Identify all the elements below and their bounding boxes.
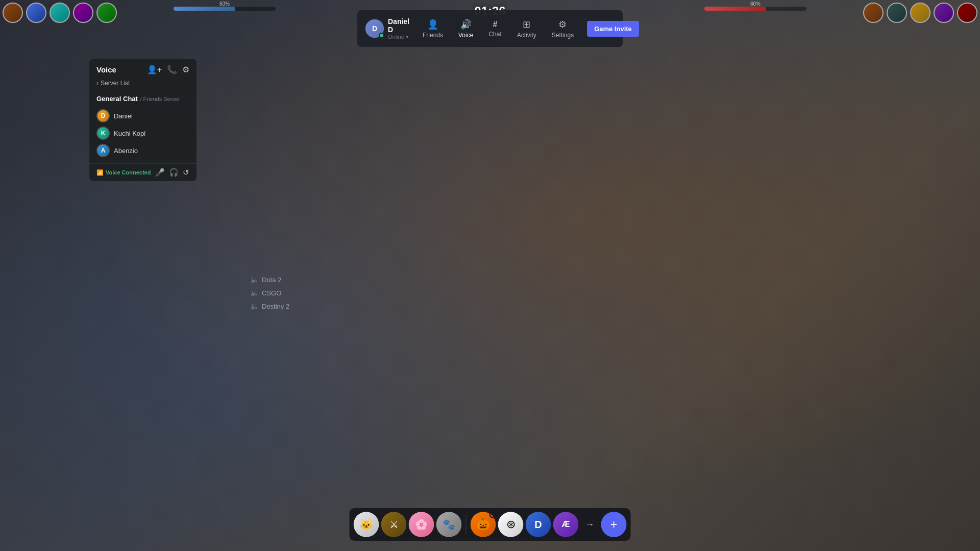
left-health-bar-container: 60% — [174, 1, 276, 11]
disconnect-icon[interactable]: ↺ — [183, 168, 189, 177]
right-health-label: 60% — [704, 1, 806, 7]
phone-icon[interactable]: 📞 — [167, 65, 177, 74]
dock-add-button[interactable]: + — [601, 512, 627, 537]
friends-icon: 👤 — [427, 19, 438, 30]
signal-icon: 📶 — [96, 169, 104, 176]
voice-user-avatar-daniel: D — [96, 109, 110, 122]
voice-users-list: D Daniel K Kuchi Kopi A Abenzio — [89, 105, 197, 161]
dock-avatar-1[interactable]: 🐱 — [354, 512, 379, 537]
discord-overlay-bar: D Daniel D Online ▾ 👤 Friends 🔊 Voice # … — [357, 10, 623, 47]
game-channel-csgo[interactable]: 🔈 CSGO — [250, 289, 289, 297]
nav-item-activity[interactable]: ⊞ Activity — [510, 15, 544, 43]
voice-channel-server: Friends Server — [143, 96, 180, 102]
activity-icon: ⊞ — [523, 19, 530, 30]
dock-game-avatar-4[interactable]: Æ — [553, 512, 579, 537]
speaker-icon-csgo: 🔈 — [250, 289, 259, 297]
arrow-right-icon: → — [585, 519, 595, 530]
dock-arrow-button[interactable]: → — [581, 512, 599, 537]
dock-avatar-4[interactable]: 🐾 — [436, 512, 462, 537]
overlay-user-avatar: D — [365, 19, 384, 38]
voice-channel-header: General Chat / Friends Server — [89, 91, 197, 105]
right-health-bar — [704, 7, 806, 11]
hero-icon-4 — [73, 3, 93, 23]
voice-footer: 📶 Voice Connected 🎤 🎧 ↺ — [89, 163, 197, 181]
dock-avatar-2[interactable]: ⚔ — [381, 512, 407, 537]
game-channels: 🔈 Dota 2 🔈 CSGO 🔈 Destiny 2 — [250, 276, 289, 310]
voice-user-name-kuchikopi: Kuchi Kopi — [114, 130, 145, 137]
enemy-icon-5 — [863, 3, 884, 23]
add-friend-icon[interactable]: 👤+ — [147, 65, 162, 74]
enemy-icon-1 — [957, 3, 977, 23]
left-team-hud — [3, 3, 117, 23]
hero-icon-5 — [96, 3, 117, 23]
voice-user-item: K Kuchi Kopi — [93, 124, 192, 142]
right-team-hud — [863, 3, 977, 23]
plus-icon: + — [610, 517, 617, 532]
voice-user-item: D Daniel — [93, 107, 192, 124]
right-health-bar-container: 60% — [704, 1, 806, 11]
voice-panel-header: Voice 👤+ 📞 ⚙ — [89, 59, 197, 79]
dock-game-avatar-1[interactable]: 🎃 3 — [471, 512, 496, 537]
voice-user-name-daniel: Daniel — [114, 112, 133, 120]
overlay-user-info: Daniel D Online ▾ — [388, 17, 409, 40]
enemy-icon-2 — [934, 3, 954, 23]
speaker-icon-dota2: 🔈 — [250, 276, 259, 284]
hero-icon-1 — [3, 3, 23, 23]
overlay-status[interactable]: Online ▾ — [388, 34, 409, 40]
voice-footer-icons: 🎤 🎧 ↺ — [155, 168, 189, 177]
speaker-icon-destiny2: 🔈 — [250, 302, 259, 310]
voice-panel-title: Voice — [96, 65, 116, 74]
hero-icon-3 — [50, 3, 70, 23]
settings-cog-icon[interactable]: ⚙ — [182, 65, 189, 74]
voice-user-avatar-abenzio: A — [96, 144, 110, 157]
left-health-label: 60% — [174, 1, 276, 7]
voice-connected-status: 📶 Voice Connected — [96, 169, 152, 176]
microphone-icon[interactable]: 🎤 — [155, 168, 165, 177]
nav-item-friends[interactable]: 👤 Friends — [415, 15, 450, 43]
back-arrow-icon: ‹ — [96, 80, 99, 87]
right-health-fill — [704, 7, 766, 11]
online-status-indicator — [379, 33, 384, 38]
voice-panel: Voice 👤+ 📞 ⚙ ‹ Server List General Chat … — [89, 59, 197, 181]
left-health-bar — [174, 7, 276, 11]
overlay-username: Daniel D — [388, 17, 409, 34]
dock-separator — [466, 515, 467, 534]
server-list-link[interactable]: ‹ Server List — [89, 79, 197, 91]
enemy-icon-3 — [910, 3, 930, 23]
voice-user-item: A Abenzio — [93, 142, 192, 159]
chat-icon: # — [493, 20, 498, 29]
nav-item-voice[interactable]: 🔊 Voice — [451, 15, 480, 43]
hero-icon-2 — [26, 3, 46, 23]
enemy-icon-4 — [887, 3, 907, 23]
voice-user-name-abenzio: Abenzio — [114, 147, 138, 155]
headset-icon[interactable]: 🎧 — [169, 168, 179, 177]
game-channel-dota2[interactable]: 🔈 Dota 2 — [250, 276, 289, 284]
voice-channel-name: General Chat — [96, 95, 138, 103]
overlay-user-section: D Daniel D Online ▾ — [365, 17, 409, 40]
voice-icon: 🔊 — [460, 19, 472, 30]
dock-avatar-3[interactable]: 🌸 — [409, 512, 434, 537]
settings-icon: ⚙ — [558, 19, 567, 30]
dock-game-avatar-2[interactable]: ⊛ — [498, 512, 524, 537]
dock-badge-3: 3 — [489, 512, 496, 518]
bottom-dock: 🐱 ⚔ 🌸 🐾 🎃 3 ⊛ D Æ → + — [350, 508, 631, 541]
game-channel-destiny2[interactable]: 🔈 Destiny 2 — [250, 302, 289, 310]
overlay-nav-items: 👤 Friends 🔊 Voice # Chat ⊞ Activity ⚙ Se… — [415, 15, 581, 43]
left-health-fill — [174, 7, 235, 11]
nav-item-chat[interactable]: # Chat — [481, 16, 508, 42]
game-invite-button[interactable]: Game Invite — [587, 21, 639, 37]
voice-user-avatar-kuchikopi: K — [96, 127, 110, 140]
voice-panel-actions: 👤+ 📞 ⚙ — [147, 65, 189, 74]
nav-item-settings[interactable]: ⚙ Settings — [545, 15, 581, 43]
dock-game-avatar-3[interactable]: D — [526, 512, 551, 537]
